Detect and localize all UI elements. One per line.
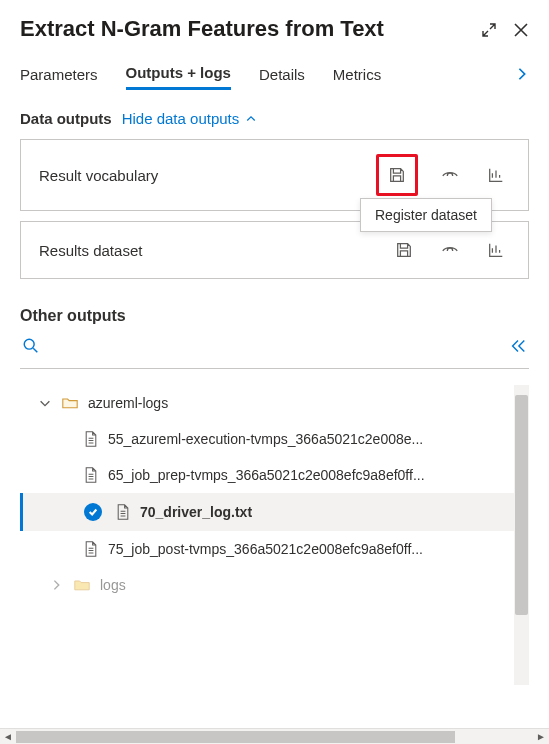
tab-parameters[interactable]: Parameters [20, 60, 98, 89]
expand-icon[interactable] [481, 22, 497, 41]
scroll-left-arrow[interactable]: ◄ [0, 731, 16, 742]
eye-icon [441, 241, 459, 259]
tab-overflow-button[interactable] [515, 63, 529, 86]
visualize-button[interactable] [482, 161, 510, 189]
file-icon [84, 467, 98, 483]
page-title: Extract N-Gram Features from Text [20, 16, 384, 42]
horizontal-scrollbar[interactable]: ◄ ► [0, 728, 549, 744]
collapse-button[interactable] [509, 337, 527, 358]
data-outputs-label: Data outputs [20, 110, 112, 127]
output-card-label: Result vocabulary [39, 167, 158, 184]
chart-icon [487, 241, 505, 259]
vertical-scrollbar-thumb[interactable] [515, 395, 528, 615]
horizontal-scrollbar-thumb[interactable] [16, 731, 455, 743]
tree-file-selected[interactable]: 70_driver_log.txt [20, 493, 529, 531]
chevron-up-icon [245, 113, 257, 125]
tab-details[interactable]: Details [259, 60, 305, 89]
tab-outputs-logs[interactable]: Outputs + logs [126, 58, 231, 90]
visualize-button[interactable] [482, 236, 510, 264]
register-dataset-button[interactable] [390, 236, 418, 264]
search-icon [22, 337, 40, 355]
hide-data-outputs-link[interactable]: Hide data outputs [122, 110, 258, 127]
file-icon [84, 541, 98, 557]
tab-bar: Parameters Outputs + logs Details Metric… [20, 58, 529, 90]
tree-folder[interactable]: logs [20, 567, 529, 603]
svg-point-0 [24, 339, 34, 349]
eye-icon [441, 166, 459, 184]
output-card-result-vocabulary: Result vocabulary Register dataset [20, 139, 529, 211]
folder-icon [62, 396, 78, 410]
chevron-down-icon [38, 396, 52, 410]
scroll-right-arrow[interactable]: ► [533, 731, 549, 742]
tree-folder[interactable]: azureml-logs [20, 385, 529, 421]
file-icon [116, 504, 130, 520]
selected-check-icon [84, 503, 102, 521]
save-icon [388, 166, 406, 184]
chart-icon [487, 166, 505, 184]
file-tree: azureml-logs 55_azureml-execution-tvmps_… [20, 385, 529, 685]
output-card-label: Results dataset [39, 242, 142, 259]
other-outputs-label: Other outputs [20, 307, 529, 325]
tree-file[interactable]: 75_job_post-tvmps_366a5021c2e008efc9a8ef… [20, 531, 529, 567]
preview-button[interactable] [436, 236, 464, 264]
search-button[interactable] [22, 337, 40, 358]
register-dataset-tooltip: Register dataset [360, 198, 492, 232]
register-dataset-button[interactable] [376, 154, 418, 196]
chevron-double-left-icon [509, 337, 527, 355]
tab-metrics[interactable]: Metrics [333, 60, 381, 89]
file-icon [84, 431, 98, 447]
preview-button[interactable] [436, 161, 464, 189]
tree-file[interactable]: 55_azureml-execution-tvmps_366a5021c2e00… [20, 421, 529, 457]
close-icon[interactable] [513, 22, 529, 41]
vertical-scrollbar[interactable] [514, 385, 529, 685]
save-icon [395, 241, 413, 259]
chevron-right-icon [50, 578, 64, 592]
tree-file[interactable]: 65_job_prep-tvmps_366a5021c2e008efc9a8ef… [20, 457, 529, 493]
folder-icon [74, 578, 90, 592]
